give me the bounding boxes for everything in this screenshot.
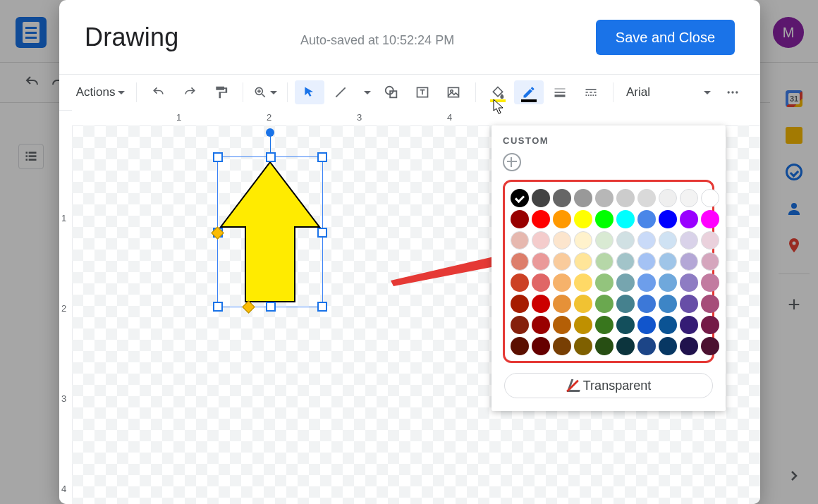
- color-swatch[interactable]: [532, 231, 550, 250]
- save-and-close-button[interactable]: Save and Close: [596, 20, 735, 55]
- shape-tool[interactable]: [377, 80, 406, 104]
- color-swatch[interactable]: [659, 295, 677, 313]
- line-tool[interactable]: [326, 80, 355, 104]
- color-swatch[interactable]: [637, 273, 656, 292]
- color-swatch[interactable]: [595, 273, 614, 292]
- undo-button[interactable]: [144, 80, 173, 104]
- color-swatch[interactable]: [511, 273, 529, 292]
- color-swatch[interactable]: [511, 316, 529, 334]
- font-select[interactable]: Arial: [621, 80, 716, 104]
- color-swatch[interactable]: [553, 189, 571, 207]
- color-swatch[interactable]: [701, 210, 719, 228]
- resize-handle-mr[interactable]: [317, 228, 327, 238]
- redo-button[interactable]: [175, 80, 204, 104]
- color-swatch[interactable]: [659, 273, 677, 292]
- color-swatch[interactable]: [595, 189, 614, 207]
- color-swatch[interactable]: [532, 252, 550, 271]
- color-swatch[interactable]: [616, 295, 635, 313]
- selected-shape[interactable]: [217, 156, 323, 307]
- color-swatch[interactable]: [701, 273, 719, 292]
- resize-handle-bl[interactable]: [213, 302, 223, 312]
- color-swatch[interactable]: [680, 316, 698, 334]
- color-swatch[interactable]: [553, 316, 571, 334]
- color-swatch[interactable]: [511, 231, 529, 250]
- text-box-tool[interactable]: [408, 80, 437, 104]
- color-swatch[interactable]: [680, 295, 698, 313]
- color-swatch[interactable]: [659, 189, 677, 207]
- color-swatch[interactable]: [553, 231, 571, 250]
- color-swatch[interactable]: [532, 189, 550, 207]
- color-swatch[interactable]: [659, 231, 677, 250]
- color-swatch[interactable]: [574, 252, 592, 271]
- color-swatch[interactable]: [701, 316, 719, 334]
- color-swatch[interactable]: [553, 295, 571, 313]
- zoom-button[interactable]: [250, 80, 280, 104]
- fill-color-button[interactable]: [483, 80, 513, 104]
- color-swatch[interactable]: [574, 337, 592, 355]
- color-swatch[interactable]: [659, 337, 677, 355]
- border-color-button[interactable]: [514, 80, 544, 104]
- color-swatch[interactable]: [616, 231, 635, 250]
- color-swatch[interactable]: [532, 295, 550, 313]
- color-swatch[interactable]: [637, 210, 656, 228]
- color-swatch[interactable]: [532, 273, 550, 292]
- color-swatch[interactable]: [574, 210, 592, 228]
- color-swatch[interactable]: [595, 252, 614, 271]
- color-swatch[interactable]: [701, 337, 719, 355]
- color-swatch[interactable]: [511, 210, 529, 228]
- color-swatch[interactable]: [574, 316, 592, 334]
- more-button[interactable]: [718, 80, 747, 104]
- color-swatch[interactable]: [637, 337, 656, 355]
- color-swatch[interactable]: [680, 231, 698, 250]
- color-swatch[interactable]: [701, 189, 719, 207]
- color-swatch[interactable]: [680, 337, 698, 355]
- color-swatch[interactable]: [637, 252, 656, 271]
- line-tool-menu[interactable]: [357, 80, 375, 104]
- color-swatch[interactable]: [616, 337, 635, 355]
- color-swatch[interactable]: [595, 210, 614, 228]
- color-swatch[interactable]: [637, 189, 656, 207]
- color-swatch[interactable]: [637, 316, 656, 334]
- paint-format-button[interactable]: [206, 80, 236, 104]
- image-tool[interactable]: [439, 80, 468, 104]
- color-swatch[interactable]: [616, 252, 635, 271]
- color-swatch[interactable]: [511, 295, 529, 313]
- color-swatch[interactable]: [574, 231, 592, 250]
- color-swatch[interactable]: [616, 273, 635, 292]
- color-swatch[interactable]: [659, 210, 677, 228]
- color-swatch[interactable]: [680, 210, 698, 228]
- color-swatch[interactable]: [532, 316, 550, 334]
- color-swatch[interactable]: [511, 189, 529, 207]
- color-swatch[interactable]: [616, 316, 635, 334]
- add-custom-color-button[interactable]: [503, 153, 521, 171]
- color-swatch[interactable]: [637, 295, 656, 313]
- transparent-button[interactable]: Transparent: [504, 373, 713, 398]
- color-swatch[interactable]: [553, 273, 571, 292]
- drawing-canvas[interactable]: CUSTOM Transparent: [72, 125, 760, 504]
- color-swatch[interactable]: [553, 252, 571, 271]
- select-tool[interactable]: [295, 80, 324, 104]
- color-swatch[interactable]: [680, 189, 698, 207]
- color-swatch[interactable]: [595, 231, 614, 250]
- color-swatch[interactable]: [574, 295, 592, 313]
- resize-handle-tr[interactable]: [317, 152, 327, 162]
- color-swatch[interactable]: [616, 189, 635, 207]
- resize-handle-bm[interactable]: [266, 302, 276, 312]
- color-swatch[interactable]: [574, 273, 592, 292]
- color-swatch[interactable]: [595, 295, 614, 313]
- color-swatch[interactable]: [701, 295, 719, 313]
- color-swatch[interactable]: [553, 337, 571, 355]
- color-swatch[interactable]: [680, 273, 698, 292]
- rotation-handle[interactable]: [266, 128, 274, 137]
- resize-handle-tm[interactable]: [266, 152, 276, 162]
- resize-handle-br[interactable]: [317, 302, 327, 312]
- color-swatch[interactable]: [532, 210, 550, 228]
- color-swatch[interactable]: [595, 337, 614, 355]
- resize-handle-tl[interactable]: [213, 152, 223, 162]
- color-swatch[interactable]: [701, 252, 719, 271]
- color-swatch[interactable]: [659, 252, 677, 271]
- color-swatch[interactable]: [511, 337, 529, 355]
- color-swatch[interactable]: [511, 252, 529, 271]
- color-swatch[interactable]: [680, 252, 698, 271]
- color-swatch[interactable]: [553, 210, 571, 228]
